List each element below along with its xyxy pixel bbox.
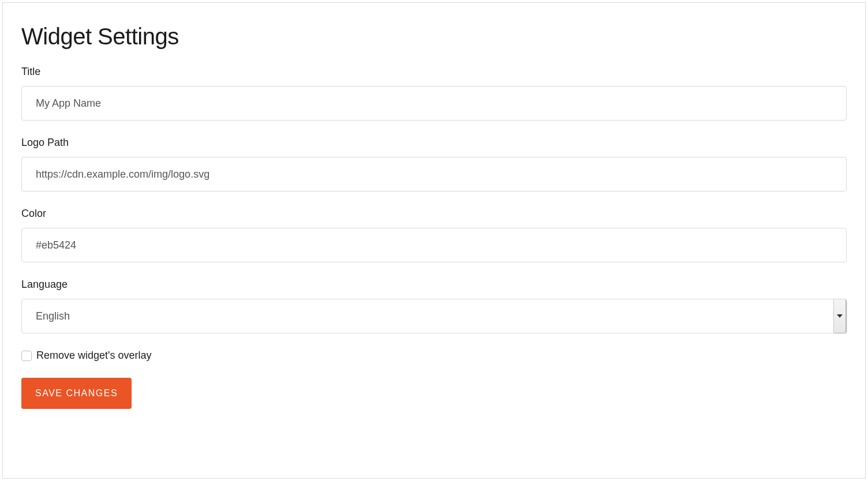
color-input[interactable] bbox=[21, 228, 847, 262]
title-input[interactable] bbox=[21, 86, 847, 121]
color-field-group: Color bbox=[21, 208, 847, 262]
language-label: Language bbox=[21, 279, 847, 291]
language-select[interactable]: English bbox=[21, 299, 847, 333]
remove-overlay-checkbox[interactable] bbox=[21, 351, 32, 361]
logo-path-input[interactable] bbox=[21, 157, 847, 191]
settings-panel: Widget Settings Title Logo Path Color La… bbox=[2, 2, 866, 479]
logo-path-label: Logo Path bbox=[21, 137, 847, 149]
language-select-wrapper: English bbox=[21, 299, 847, 333]
logo-path-field-group: Logo Path bbox=[21, 137, 847, 191]
color-label: Color bbox=[21, 208, 847, 220]
remove-overlay-label[interactable]: Remove widget's overlay bbox=[36, 350, 152, 362]
save-changes-button[interactable]: SAVE CHANGES bbox=[21, 378, 132, 409]
remove-overlay-row: Remove widget's overlay bbox=[21, 350, 847, 362]
title-label: Title bbox=[21, 66, 847, 78]
title-field-group: Title bbox=[21, 66, 847, 121]
language-field-group: Language English bbox=[21, 279, 847, 333]
page-title: Widget Settings bbox=[21, 24, 847, 50]
